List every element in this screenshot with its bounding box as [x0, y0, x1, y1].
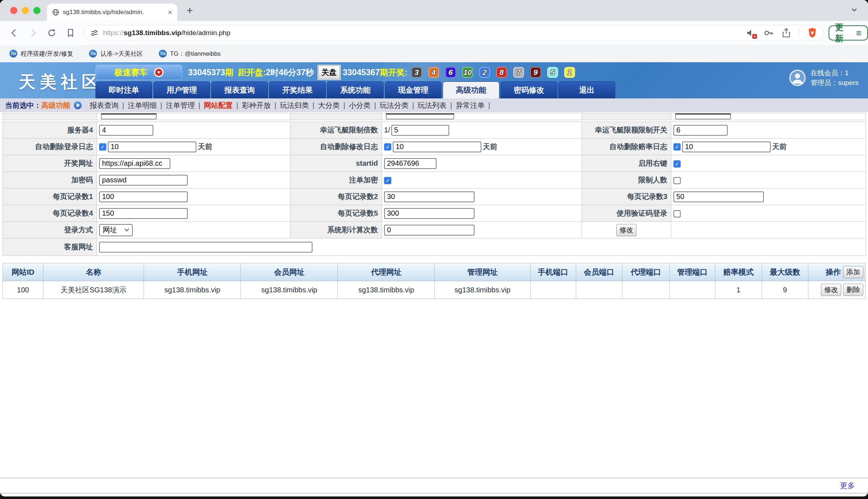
- subnav-separator: |: [343, 101, 345, 109]
- bookmark-item[interactable]: Tm认准->天美社区: [89, 50, 143, 58]
- page-records-4-input[interactable]: [99, 208, 188, 219]
- cell-agent-port: [622, 281, 669, 299]
- nav-tab-报表查询[interactable]: 报表查询: [211, 81, 268, 98]
- more-link[interactable]: 更多: [840, 481, 855, 491]
- url-text[interactable]: https://sg138.timibbs.vip/hide/admin.php: [103, 29, 746, 37]
- auto-delete-odds-log-checkbox[interactable]: ✓: [673, 143, 681, 151]
- encrypt-password-input[interactable]: [99, 175, 188, 186]
- subnav-link-大分类[interactable]: 大分类: [318, 101, 340, 109]
- subnav-link-小分类[interactable]: 小分类: [349, 101, 370, 109]
- server4-input[interactable]: [99, 125, 153, 136]
- subnav-separator: |: [198, 101, 200, 109]
- form-label-page-records-2: 每页记录数2: [290, 189, 382, 205]
- subnav-link-玩法分类[interactable]: 玩法分类: [380, 101, 409, 109]
- form-cell-bet-encrypt: ✓: [382, 172, 582, 189]
- subnav-link-玩法归类[interactable]: 玩法归类: [280, 101, 309, 109]
- auto-delete-login-log-input[interactable]: [108, 141, 196, 152]
- bookmark-manager-icon[interactable]: [66, 28, 75, 38]
- current-period: 33045373: [188, 68, 225, 77]
- form-cell-page-records-1: [97, 189, 290, 205]
- bookmarks-bar: Tm程序搭建/开发/修复Tm认准->天美社区TmTG：@tianmeibbs: [0, 45, 868, 62]
- auto-delete-odds-log-suffix: 天前: [772, 143, 787, 151]
- nav-tab-用户管理[interactable]: 用户管理: [153, 81, 210, 98]
- auto-delete-odds-log-input[interactable]: [682, 141, 771, 152]
- auto-delete-modify-log-checkbox[interactable]: ✓: [384, 143, 391, 151]
- nav-tab-高级功能[interactable]: 高级功能: [443, 81, 499, 98]
- system-lottery-calc-times-input[interactable]: [384, 225, 475, 236]
- subnav-link-彩种开放[interactable]: 彩种开放: [242, 101, 271, 109]
- subnav-link-玩法列表[interactable]: 玩法列表: [418, 101, 447, 109]
- lucky-airship-limit-multiple-input[interactable]: [391, 125, 449, 136]
- lottery-api-url-input[interactable]: [99, 158, 170, 169]
- minimize-window-button[interactable]: [22, 7, 29, 14]
- bookmark-item[interactable]: Tm程序搭建/开发/修复: [9, 50, 73, 58]
- address-bar[interactable]: https://sg138.timibbs.vip/hide/admin.php…: [84, 25, 824, 41]
- mute-tab-icon[interactable]: ×: [746, 28, 756, 38]
- lottery-ball: 2: [479, 67, 490, 78]
- brave-shield-icon[interactable]: [807, 28, 817, 38]
- footer-bar: 更多: [0, 478, 868, 494]
- nav-tab-密码修改[interactable]: 密码修改: [501, 81, 557, 98]
- share-icon[interactable]: [782, 28, 791, 38]
- startid-input[interactable]: [384, 158, 437, 169]
- forward-icon[interactable]: [28, 28, 38, 38]
- tune-icon[interactable]: [90, 29, 99, 37]
- reload-icon[interactable]: [47, 28, 56, 38]
- back-icon[interactable]: [9, 28, 19, 38]
- form-label-page-records-4: 每页记录数4: [3, 205, 97, 222]
- subnav-link-注单明细[interactable]: 注单明细: [128, 101, 157, 109]
- close-market-button[interactable]: 关盘: [318, 65, 340, 79]
- lucky-airship-quota-limit-switch-input[interactable]: [673, 125, 728, 136]
- user-info: 在线会员：1 管理员：supers: [789, 68, 859, 88]
- form-cell-use-captcha-login: [671, 205, 866, 222]
- form-label-lucky-airship-limit-multiple: 幸运飞艇限制倍数: [290, 122, 382, 139]
- form-cell-page-records-2: [382, 189, 582, 205]
- use-captcha-login-checkbox[interactable]: [673, 210, 681, 217]
- nav-tab-退出[interactable]: 退出: [558, 81, 615, 98]
- tab-search-chevron-icon[interactable]: [851, 8, 857, 12]
- add-site-button[interactable]: 添加: [843, 266, 863, 278]
- login-method-select[interactable]: 网址: [99, 224, 133, 236]
- nav-tab-现金管理[interactable]: 现金管理: [385, 81, 442, 98]
- browser-tab[interactable]: sg138.timibbs.vip/hide/admin. ×: [47, 4, 177, 21]
- new-tab-button[interactable]: +: [187, 5, 193, 16]
- delete-site-button[interactable]: 删除: [843, 284, 863, 296]
- subnav-link-异常注单[interactable]: 异常注单: [456, 101, 485, 109]
- close-window-button[interactable]: [10, 7, 17, 14]
- page-records-1-input[interactable]: [99, 191, 188, 202]
- subnav-link-报表查询[interactable]: 报表查询: [90, 101, 119, 109]
- auto-delete-login-log-checkbox[interactable]: ✓: [99, 143, 106, 151]
- password-key-icon[interactable]: [763, 28, 774, 38]
- bet-encrypt-checkbox[interactable]: ✓: [384, 177, 391, 184]
- service-url-input[interactable]: [99, 242, 312, 253]
- page-records-3-input[interactable]: [673, 191, 764, 202]
- page-records-5-input[interactable]: [384, 208, 475, 219]
- auto-delete-modify-log-input[interactable]: [393, 141, 481, 152]
- form-row: 服务器4幸运飞艇限制倍数1/幸运飞艇限额限制开关: [3, 122, 866, 139]
- subnav-separator: |: [450, 101, 452, 109]
- bookmark-label: 认准->天美社区: [100, 50, 143, 58]
- tab-close-icon[interactable]: ×: [168, 8, 172, 17]
- bookmark-item[interactable]: TmTG：@tianmeibbs: [159, 50, 221, 58]
- game-dropdown-icon[interactable]: [154, 68, 163, 77]
- subnav-link-网站配置[interactable]: 网站配置: [204, 101, 233, 109]
- zoom-window-button[interactable]: [33, 7, 41, 14]
- page-records-2-input[interactable]: [384, 191, 475, 202]
- update-button[interactable]: 更新 ≡: [829, 25, 868, 41]
- form-label-limit-people: 限制人数: [582, 172, 671, 189]
- modify-button[interactable]: 修改: [616, 224, 637, 236]
- clipped-input: [101, 113, 157, 119]
- enable-right-click-checkbox[interactable]: ✓: [673, 160, 681, 168]
- game-selector[interactable]: 极速赛车: [95, 65, 182, 80]
- site-table-header-管理网址: 管理网址: [435, 263, 530, 281]
- subnav-link-注单管理[interactable]: 注单管理: [166, 101, 195, 109]
- globe-icon: [52, 9, 59, 16]
- nav-tab-即时注单[interactable]: 即时注单: [95, 81, 152, 98]
- nav-tab-系统功能[interactable]: 系统功能: [327, 81, 384, 98]
- current-selected-value: 高级功能: [41, 101, 70, 110]
- limit-people-checkbox[interactable]: [673, 177, 681, 184]
- row-actions: 修改删除: [809, 284, 865, 296]
- subnav-separator: |: [275, 101, 276, 109]
- edit-site-button[interactable]: 修改: [821, 284, 841, 296]
- nav-tab-开奖结果[interactable]: 开奖结果: [269, 81, 326, 98]
